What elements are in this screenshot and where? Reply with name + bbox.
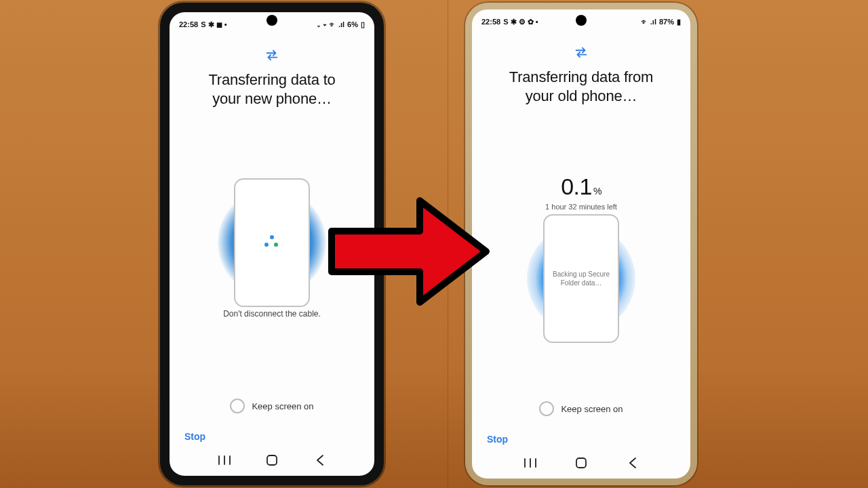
progress-percent: 0.1% [561, 174, 601, 200]
status-left-icons: S ✱ ⚙ ✿ • [503, 18, 538, 26]
scene: 22:58 S ✱ ◼︎ • ⌄ ▿ ᯤ .ıl 6% ▯ Transferri… [0, 0, 868, 488]
title-line-2: your new phone… [208, 89, 335, 108]
keep-screen-on-toggle[interactable]: Keep screen on [472, 401, 690, 416]
status-left-icons: S ✱ ◼︎ • [201, 21, 226, 28]
svg-rect-0 [267, 455, 277, 465]
phone-illustration: Backing up Secure Folder data… [543, 214, 619, 343]
progress-value: 0.1 [561, 174, 592, 199]
transfer-arrows-icon [574, 45, 589, 60]
battery-icon: ▯ [361, 20, 365, 29]
status-right-icons: ᯤ .ıl [641, 18, 656, 26]
keep-screen-label: Keep screen on [561, 404, 623, 414]
home-button[interactable] [258, 454, 285, 466]
status-time: 22:58 [179, 20, 198, 28]
phone-illustration [234, 178, 310, 307]
back-button[interactable] [619, 458, 646, 468]
home-button[interactable] [568, 457, 595, 469]
camera-punchhole [576, 15, 587, 26]
stop-button[interactable]: Stop [184, 431, 205, 442]
transfer-arrows-icon [264, 47, 279, 62]
back-button[interactable] [307, 455, 334, 466]
page-title: Transferring data to your new phone… [208, 70, 335, 108]
status-battery: 6% [347, 20, 358, 28]
progress-unit: % [593, 186, 601, 197]
time-remaining: 1 hour 32 minutes left [545, 203, 617, 211]
title-line-1: Transferring data to [208, 70, 335, 89]
radio-unchecked-icon [539, 401, 554, 416]
status-time: 22:58 [481, 18, 500, 26]
old-phone-screen: 22:58 S ✱ ◼︎ • ⌄ ▿ ᯤ .ıl 6% ▯ Transferri… [170, 12, 374, 476]
page-title: Transferring data from your old phone… [509, 68, 653, 105]
status-battery: 87% [659, 18, 674, 26]
recents-button[interactable] [211, 455, 238, 465]
svg-rect-1 [576, 458, 586, 468]
transfer-graphic [218, 188, 326, 297]
new-phone-screen: 22:58 S ✱ ⚙ ✿ • ᯤ .ıl 87% ▮ Transferring… [472, 9, 690, 479]
keep-screen-on-toggle[interactable]: Keep screen on [170, 399, 374, 413]
android-nav-bar [472, 450, 690, 479]
old-phone: 22:58 S ✱ ◼︎ • ⌄ ▿ ᯤ .ıl 6% ▯ Transferri… [160, 3, 384, 485]
new-phone: 22:58 S ✱ ⚙ ✿ • ᯤ .ıl 87% ▮ Transferring… [465, 3, 697, 485]
backup-status-text: Backing up Secure Folder data… [550, 270, 612, 287]
radio-unchecked-icon [230, 399, 245, 413]
status-right-icons: ⌄ ▿ ᯤ .ıl [317, 21, 344, 28]
camera-punchhole [267, 15, 277, 26]
battery-icon: ▮ [677, 18, 681, 26]
keep-screen-label: Keep screen on [252, 401, 313, 411]
recents-button[interactable] [517, 458, 544, 468]
android-nav-bar [170, 447, 374, 476]
transfer-graphic: Backing up Secure Folder data… [527, 224, 635, 333]
title-line-2: your old phone… [509, 87, 653, 106]
caption-text: Don't disconnect the cable. [223, 309, 321, 319]
loading-dots-icon [264, 235, 279, 250]
stop-button[interactable]: Stop [487, 434, 508, 445]
title-line-1: Transferring data from [509, 68, 653, 87]
